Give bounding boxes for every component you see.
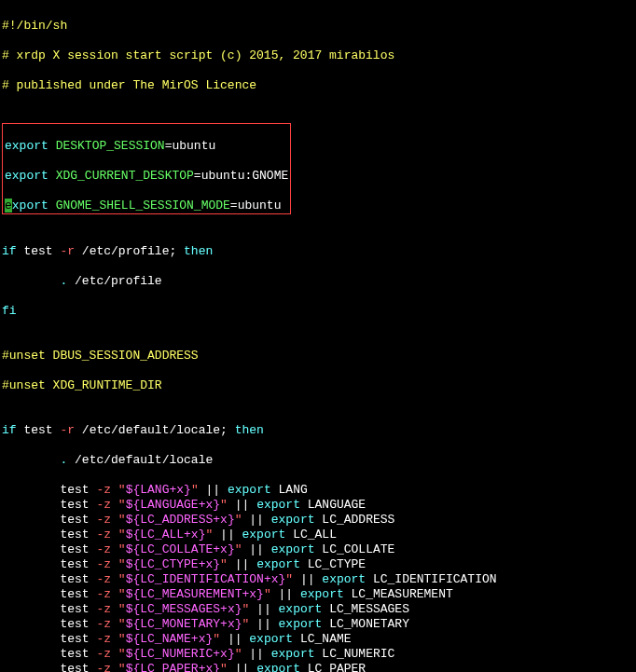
code-line: if test -r /etc/profile; then bbox=[2, 244, 634, 259]
comment: #unset DBUS_SESSION_ADDRESS bbox=[2, 349, 199, 363]
code-line: test -z "${LC_IDENTIFICATION+x}" || expo… bbox=[2, 572, 634, 587]
kw-then: then bbox=[184, 244, 213, 258]
kw-export: export bbox=[5, 139, 48, 153]
code-line: test -z "${LC_NAME+x}" || export LC_NAME bbox=[2, 632, 634, 647]
var: XDG_CURRENT_DESKTOP bbox=[56, 169, 194, 183]
var: DESKTOP_SESSION bbox=[56, 139, 165, 153]
comment: # published under The MirOS Licence bbox=[2, 78, 256, 92]
cursor: e bbox=[5, 199, 12, 213]
code-line: test -z "${LC_ADDRESS+x}" || export LC_A… bbox=[2, 513, 634, 528]
code-line: test -z "${LC_CTYPE+x}" || export LC_CTY… bbox=[2, 557, 634, 572]
comment: #unset XDG_RUNTIME_DIR bbox=[2, 378, 162, 392]
code-line: # xrdp X session start script (c) 2015, … bbox=[2, 48, 634, 63]
code-line: test -z "${LC_MEASUREMENT+x}" || export … bbox=[2, 587, 634, 602]
var: GNOME_SHELL_SESSION_MODE bbox=[56, 199, 230, 213]
code-line: test -z "${LC_ALL+x}" || export LC_ALL bbox=[2, 528, 634, 542]
lc-block: test -z "${LANG+x}" || export LANG test … bbox=[2, 483, 634, 672]
code-line: export DESKTOP_SESSION=ubuntu export XDG… bbox=[2, 123, 634, 214]
kw-then: then bbox=[235, 423, 264, 437]
shebang: #!/bin/sh bbox=[2, 19, 67, 33]
code-line: . /etc/profile bbox=[2, 274, 634, 289]
editor-viewport[interactable]: #!/bin/sh # xrdp X session start script … bbox=[0, 0, 636, 672]
code-line: test -z "${LANG+x}" || export LANG bbox=[2, 483, 634, 498]
code-line: . /etc/default/locale bbox=[2, 453, 634, 468]
code-line: #!/bin/sh bbox=[2, 19, 634, 34]
code-line: test -z "${LC_NUMERIC+x}" || export LC_N… bbox=[2, 647, 634, 662]
code-line: #unset XDG_RUNTIME_DIR bbox=[2, 378, 634, 393]
kw-export: export bbox=[5, 169, 48, 183]
kw-if: if bbox=[2, 423, 17, 437]
code-line: # published under The MirOS Licence bbox=[2, 78, 634, 93]
code-line: fi bbox=[2, 304, 634, 319]
code-line: test -z "${LANGUAGE+x}" || export LANGUA… bbox=[2, 498, 634, 513]
code-line: test -z "${LC_COLLATE+x}" || export LC_C… bbox=[2, 542, 634, 557]
code-line: test -z "${LC_PAPER+x}" || export LC_PAP… bbox=[2, 662, 634, 672]
code-line: if test -r /etc/default/locale; then bbox=[2, 423, 634, 438]
code-line: test -z "${LC_MESSAGES+x}" || export LC_… bbox=[2, 602, 634, 617]
code-line: #unset DBUS_SESSION_ADDRESS bbox=[2, 349, 634, 363]
kw-if: if bbox=[2, 244, 17, 258]
code-line: test -z "${LC_MONETARY+x}" || export LC_… bbox=[2, 617, 634, 632]
highlight-box-1: export DESKTOP_SESSION=ubuntu export XDG… bbox=[2, 123, 291, 214]
comment: # xrdp X session start script (c) 2015, … bbox=[2, 48, 394, 62]
kw-fi: fi bbox=[2, 304, 17, 318]
